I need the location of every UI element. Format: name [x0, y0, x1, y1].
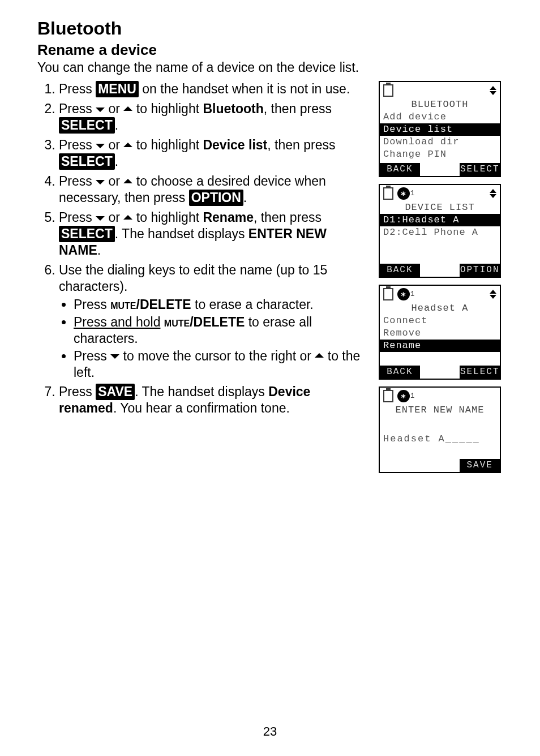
softkey-option: OPTION	[460, 264, 500, 277]
bluetooth-icon: ∗1	[397, 187, 415, 200]
chevron-up-icon	[123, 108, 132, 112]
menu-key: MENU	[96, 81, 139, 97]
step-3: Press or to highlight Device list, then …	[59, 137, 367, 170]
lcd-title: ENTER NEW NAME	[380, 405, 500, 416]
bluetooth-icon: ∗1	[397, 390, 415, 402]
select-key: SELECT	[59, 153, 115, 170]
lcd-title: Headset A	[380, 303, 500, 315]
softkey-select: SELECT	[460, 366, 500, 379]
step-4: Press or to choose a desired device when…	[59, 173, 367, 206]
chevron-down-icon	[110, 354, 119, 359]
lcd-title: DEVICE LIST	[380, 202, 500, 214]
battery-icon	[383, 288, 393, 300]
lcd-column: BLUETOOTH Add device Device list Downloa…	[379, 81, 506, 473]
softkey-back: BACK	[380, 264, 420, 277]
page-title: Bluetooth	[37, 18, 506, 39]
updown-icon	[490, 86, 496, 95]
battery-icon	[383, 187, 393, 200]
lcd-line: Add device	[380, 111, 500, 123]
chevron-up-icon	[123, 216, 132, 221]
step-6: Use the dialing keys to edit the name (u…	[59, 262, 367, 381]
step-7: Press SAVE. The handset displays Device …	[59, 384, 367, 416]
updown-icon	[490, 290, 496, 299]
option-key: OPTION	[189, 190, 243, 206]
instructions-column: Press MENU on the handset when it is not…	[37, 81, 367, 420]
select-key: SELECT	[59, 117, 115, 134]
step-6-sub3: Press to move the cursor to the right or…	[74, 348, 367, 381]
step-5: Press or to highlight Rename, then press…	[59, 209, 367, 259]
lcd-title: BLUETOOTH	[380, 99, 500, 111]
step-2: Press or to highlight Bluetooth, then pr…	[59, 101, 367, 134]
updown-icon	[490, 189, 496, 198]
page-subtitle: Rename a device	[37, 41, 506, 59]
lcd-line: Change PIN	[380, 148, 500, 161]
chevron-up-icon	[123, 180, 132, 184]
step-1: Press MENU on the handset when it is not…	[59, 81, 367, 97]
select-key: SELECT	[59, 226, 115, 242]
chevron-down-icon	[96, 144, 105, 148]
chevron-down-icon	[96, 108, 105, 112]
lcd-line-selected: Rename	[380, 340, 500, 352]
lcd-screen-bluetooth-menu: BLUETOOTH Add device Device list Downloa…	[379, 81, 501, 177]
page-number: 23	[0, 724, 540, 739]
softkey-select: SELECT	[460, 163, 500, 176]
softkey-back: BACK	[380, 366, 420, 379]
lcd-line-selected: Device list	[380, 123, 500, 136]
intro-text: You can change the name of a device on t…	[37, 60, 506, 75]
battery-icon	[383, 84, 393, 97]
lcd-line-selected: D1:Headset A	[380, 214, 500, 226]
save-key: SAVE	[96, 384, 135, 400]
lcd-line: Connect	[380, 315, 500, 327]
chevron-down-icon	[96, 180, 105, 184]
battery-icon	[383, 390, 393, 402]
chevron-down-icon	[96, 216, 105, 221]
lcd-input-value: Headset A_____	[380, 433, 500, 444]
softkey-save: SAVE	[460, 459, 500, 472]
step-6-sub2: Press and hold mute/DELETE to erase all …	[74, 314, 367, 347]
lcd-line: Remove	[380, 327, 500, 340]
softkey-back: BACK	[380, 163, 420, 176]
step-6-sub1: Press mute/DELETE to erase a character.	[74, 297, 367, 313]
lcd-screen-enter-name: ∗1 ENTER NEW NAME Headset A_____ SAVE	[379, 386, 501, 473]
softkey-empty	[380, 459, 420, 472]
lcd-line: D2:Cell Phone A	[380, 226, 500, 239]
lcd-line: Download dir	[380, 136, 500, 148]
chevron-up-icon	[123, 144, 132, 148]
lcd-screen-device-options: ∗1 Headset A Connect Remove Rename BACK …	[379, 285, 501, 380]
bluetooth-icon: ∗1	[397, 288, 415, 300]
chevron-up-icon	[315, 354, 324, 359]
lcd-screen-device-list: ∗1 DEVICE LIST D1:Headset A D2:Cell Phon…	[379, 184, 501, 278]
